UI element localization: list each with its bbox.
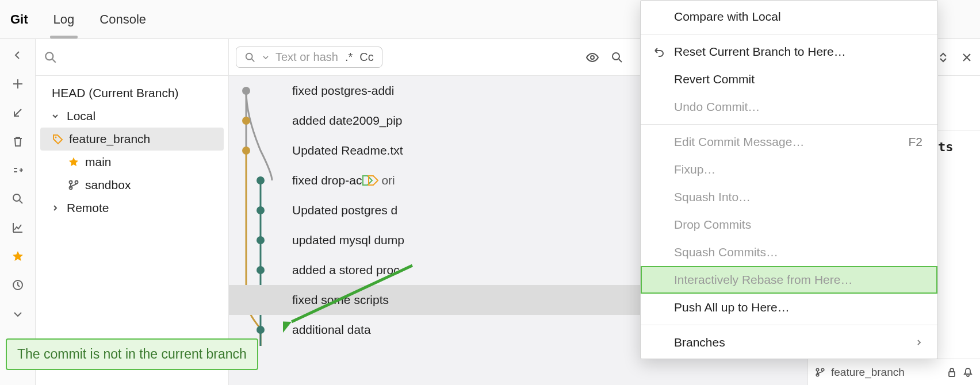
more-icon[interactable] bbox=[10, 306, 26, 322]
svg-point-9 bbox=[612, 53, 619, 60]
menu-interactive-rebase: Interactively Rebase from Here… bbox=[641, 266, 937, 294]
commit-context-menu: Compare with Local Reset Current Branch … bbox=[640, 0, 938, 359]
graph-up-icon[interactable] bbox=[10, 220, 26, 236]
tab-git[interactable]: Git bbox=[10, 12, 28, 27]
left-icon-rail bbox=[0, 39, 36, 385]
remote-label: Remote bbox=[67, 201, 109, 215]
menu-shortcut: F2 bbox=[908, 135, 922, 149]
svg-point-7 bbox=[246, 53, 252, 59]
ref-tag-label: ori bbox=[381, 174, 395, 187]
close-icon[interactable] bbox=[962, 52, 972, 63]
menu-drop-commits: Drop Commits bbox=[641, 211, 937, 238]
details-footer: feature_branch bbox=[808, 359, 980, 385]
menu-edit-message: Edit Commit Message… F2 bbox=[641, 128, 937, 156]
trash-icon[interactable] bbox=[10, 133, 26, 149]
menu-branches-submenu[interactable]: Branches bbox=[641, 329, 937, 356]
commit-toolbar-icons bbox=[585, 39, 623, 76]
menu-fixup: Fixup… bbox=[641, 156, 937, 183]
branch-name: main bbox=[85, 155, 112, 169]
tag-icon bbox=[52, 133, 63, 145]
menu-push-up-to-here[interactable]: Push All up to Here… bbox=[641, 294, 937, 321]
svg-point-4 bbox=[70, 181, 72, 184]
case-toggle[interactable]: Cc bbox=[359, 51, 373, 64]
branch-feature[interactable]: feature_branch bbox=[40, 128, 224, 151]
branches-local-group[interactable]: Local bbox=[36, 105, 228, 128]
arrow-down-left-icon[interactable] bbox=[10, 105, 26, 121]
footer-branch-name[interactable]: feature_branch bbox=[831, 366, 905, 379]
branch-name: sandbox bbox=[85, 178, 131, 192]
clock-icon[interactable] bbox=[10, 277, 26, 293]
tab-console[interactable]: Console bbox=[99, 12, 146, 27]
menu-separator bbox=[641, 124, 937, 125]
commit-message: additional data bbox=[292, 323, 371, 337]
regex-toggle[interactable]: .* bbox=[345, 51, 353, 64]
menu-reset-branch[interactable]: Reset Current Branch to Here… bbox=[641, 38, 937, 66]
back-icon[interactable] bbox=[10, 47, 26, 63]
commit-message: fixed some scripts bbox=[292, 293, 389, 307]
commit-message: Updated postgres d bbox=[292, 203, 397, 217]
menu-squash-commits: Squash Commits… bbox=[641, 238, 937, 266]
menu-revert-commit[interactable]: Revert Commit bbox=[641, 66, 937, 93]
callout-text: The commit is not in the current branch bbox=[17, 346, 247, 361]
commit-message: fixed postgres-addi bbox=[292, 84, 394, 98]
chevron-down-icon bbox=[52, 113, 61, 120]
menu-compare-local[interactable]: Compare with Local bbox=[641, 3, 937, 30]
filter-input[interactable]: Text or hash .* Cc bbox=[236, 47, 382, 68]
ref-tag-icon: ori bbox=[362, 174, 395, 187]
svg-point-21 bbox=[816, 368, 819, 371]
plus-icon[interactable] bbox=[10, 76, 26, 92]
svg-point-8 bbox=[591, 56, 594, 59]
eye-icon[interactable] bbox=[585, 51, 599, 64]
branch-name: feature_branch bbox=[69, 132, 150, 146]
commits-panel: Text or hash .* Cc bbox=[229, 39, 807, 385]
search-icon[interactable] bbox=[611, 51, 623, 64]
svg-point-22 bbox=[821, 368, 824, 371]
menu-undo-commit: Undo Commit… bbox=[641, 93, 937, 121]
svg-point-0 bbox=[13, 194, 20, 201]
arrow-right-small-icon[interactable] bbox=[10, 162, 26, 178]
menu-separator bbox=[641, 325, 937, 325]
branch-main[interactable]: main bbox=[36, 151, 228, 174]
svg-point-5 bbox=[75, 181, 78, 184]
commit-message: added date2009_pip bbox=[292, 114, 403, 128]
undo-icon bbox=[652, 45, 665, 58]
search-icon[interactable] bbox=[10, 191, 26, 207]
menu-squash-into: Squash Into… bbox=[641, 183, 937, 211]
chevron-right-icon bbox=[52, 205, 61, 211]
svg-point-2 bbox=[45, 52, 53, 60]
expand-all-icon[interactable] bbox=[937, 52, 949, 63]
commit-message: added a stored proc bbox=[292, 263, 400, 277]
branch-sandbox[interactable]: sandbox bbox=[36, 174, 228, 197]
search-icon bbox=[244, 52, 256, 63]
tooltip-callout: The commit is not in the current branch bbox=[6, 338, 258, 370]
svg-point-3 bbox=[55, 137, 57, 138]
lock-icon[interactable] bbox=[947, 367, 957, 378]
commit-message: fixed drop-ac bbox=[292, 174, 362, 187]
branch-icon bbox=[68, 179, 79, 191]
filter-placeholder: Text or hash bbox=[275, 51, 338, 64]
branches-head[interactable]: HEAD (Current Branch) bbox=[36, 82, 228, 105]
favorite-star-icon[interactable] bbox=[10, 248, 26, 264]
menu-separator bbox=[641, 34, 937, 34]
local-label: Local bbox=[67, 109, 95, 123]
branch-icon bbox=[815, 367, 825, 378]
branches-remote-group[interactable]: Remote bbox=[36, 197, 228, 220]
commit-message: Updated Readme.txt bbox=[292, 144, 403, 157]
bell-icon[interactable] bbox=[963, 367, 973, 378]
branches-search[interactable] bbox=[36, 39, 228, 76]
star-icon bbox=[68, 156, 79, 168]
tab-log[interactable]: Log bbox=[53, 12, 75, 27]
commit-message: updated mysql dump bbox=[292, 233, 404, 247]
branches-panel: HEAD (Current Branch) Local feature_bran… bbox=[36, 39, 229, 385]
chevron-down-icon bbox=[263, 55, 269, 60]
chevron-right-icon bbox=[916, 339, 922, 346]
svg-rect-24 bbox=[949, 372, 955, 376]
head-label: HEAD (Current Branch) bbox=[52, 86, 179, 100]
